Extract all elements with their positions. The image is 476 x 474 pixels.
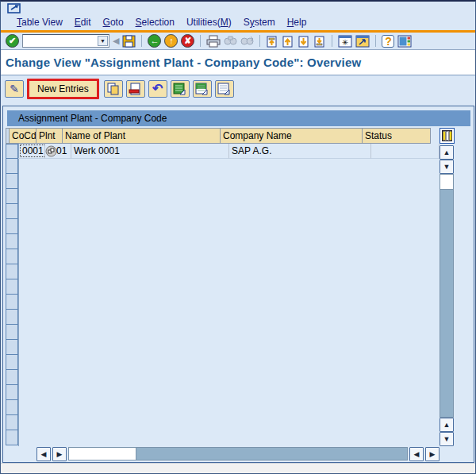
page-down-icon[interactable]: ▼ xyxy=(440,432,454,446)
row-selector-cell[interactable] xyxy=(6,400,18,415)
next-page-icon[interactable] xyxy=(298,35,310,48)
enter-icon[interactable]: ✔ xyxy=(6,34,19,48)
menu-edit[interactable]: Edit xyxy=(75,17,91,28)
scroll-down-icon[interactable]: ▼ xyxy=(440,160,454,174)
horizontal-scroll-track[interactable] xyxy=(68,447,408,461)
find-icon[interactable] xyxy=(224,35,237,48)
first-page-icon[interactable] xyxy=(266,35,278,48)
vertical-scroll-thumb[interactable] xyxy=(440,174,454,190)
back-icon[interactable]: ← xyxy=(148,34,161,48)
table-row: 0001 01 Werk 0001 SAP A.G. xyxy=(6,144,440,159)
copy-as-button[interactable] xyxy=(104,80,123,98)
menu-system[interactable]: System xyxy=(244,17,275,28)
row-selector-cell[interactable] xyxy=(6,325,18,340)
application-toolbar: ✎ New Entries ↶ xyxy=(1,75,475,102)
cell-plnt[interactable]: 01 xyxy=(45,144,71,159)
find-next-icon[interactable] xyxy=(240,35,254,48)
page-up-icon[interactable]: ▲ xyxy=(440,418,454,432)
table-caption-label: Assignment Plant - Company Code xyxy=(18,113,167,124)
cell-cocd[interactable]: 0001 xyxy=(18,144,45,159)
table-configuration-button[interactable] xyxy=(440,128,455,144)
previous-page-icon[interactable] xyxy=(282,35,294,48)
cell-name-of-plant[interactable]: Werk 0001 xyxy=(71,144,229,159)
print-icon[interactable] xyxy=(206,35,221,48)
save-icon[interactable] xyxy=(122,35,136,48)
undo-button[interactable]: ↶ xyxy=(148,80,167,98)
screen-title-bar: Change View "Assignment Plant - Company … xyxy=(1,50,475,75)
scroll-right-icon[interactable]: ▶ xyxy=(52,447,67,461)
table-caption: Assignment Plant - Company Code xyxy=(7,110,470,126)
column-header-plnt[interactable]: Plnt xyxy=(36,128,63,144)
last-page-icon[interactable] xyxy=(313,35,326,48)
row-selector-cell[interactable] xyxy=(6,385,18,400)
cell-status[interactable] xyxy=(371,144,440,159)
column-header-cocd[interactable]: CoCd xyxy=(10,128,36,144)
row-selector-cell[interactable] xyxy=(6,189,18,204)
cocd-value[interactable]: 0001 xyxy=(21,145,45,156)
menu-goto[interactable]: Goto xyxy=(103,17,124,28)
toolbar-separator xyxy=(332,35,332,47)
row-selector-cell[interactable] xyxy=(6,249,18,264)
plnt-value[interactable]: 01 xyxy=(56,145,67,156)
row-selector-cell[interactable] xyxy=(6,370,18,385)
row-selector[interactable] xyxy=(6,144,18,159)
command-history-icon[interactable]: ▼ xyxy=(98,36,108,46)
menu-utilities[interactable]: Utilities(M) xyxy=(186,17,232,28)
select-block-icon xyxy=(195,83,209,95)
column-header-company-name[interactable]: Company Name xyxy=(221,128,363,144)
row-selector-cell[interactable] xyxy=(6,310,18,325)
scroll-left-icon[interactable]: ◀ xyxy=(36,447,51,461)
deselect-all-button[interactable] xyxy=(215,80,234,98)
row-selector-cell[interactable] xyxy=(6,204,18,219)
row-selector-cell[interactable] xyxy=(6,264,18,279)
toolbar-separator xyxy=(375,35,376,47)
horizontal-scroll-thumb[interactable] xyxy=(69,448,136,460)
column-right-icon[interactable]: ▶ xyxy=(425,447,440,461)
status-bar xyxy=(1,463,475,473)
vertical-scroll-track[interactable] xyxy=(440,190,454,418)
column-header-name-of-plant[interactable]: Name of Plant xyxy=(63,128,221,144)
row-selector-cell[interactable] xyxy=(6,219,18,234)
table-config-icon xyxy=(442,130,452,141)
pencil-icon: ✎ xyxy=(10,83,19,95)
new-entries-button[interactable]: New Entries xyxy=(27,79,99,99)
select-block-button[interactable] xyxy=(193,80,212,98)
menu-table-view[interactable]: Table View xyxy=(17,17,63,28)
plant-name-value: Werk 0001 xyxy=(74,145,120,156)
customize-layout-icon[interactable] xyxy=(397,35,412,48)
row-selector-cell[interactable] xyxy=(6,234,18,249)
row-selector-cell[interactable] xyxy=(6,174,18,189)
row-selector-cell[interactable] xyxy=(6,279,18,295)
scroll-up-icon[interactable]: ▲ xyxy=(440,145,454,160)
select-all-button[interactable] xyxy=(171,80,190,98)
sap-window: Table View Edit Goto Selection Utilities… xyxy=(0,0,476,474)
cancel-icon[interactable]: ✘ xyxy=(181,34,194,48)
menu-selection[interactable]: Selection xyxy=(136,17,175,28)
row-selector-cell[interactable] xyxy=(6,415,18,430)
menu-help[interactable]: Help xyxy=(287,17,307,28)
help-icon[interactable]: ? xyxy=(382,35,394,48)
table-view-frame: Assignment Plant - Company Code CoCd Pln… xyxy=(2,106,474,463)
row-selector-cell[interactable] xyxy=(6,295,18,310)
standard-toolbar: ✔ ▼ ◀ ← ↑ ✘ xyxy=(1,33,475,50)
command-input[interactable]: ▼ xyxy=(22,34,109,48)
matchcode-icon[interactable] xyxy=(45,145,57,157)
cell-company-name[interactable]: SAP A.G. xyxy=(229,144,371,159)
toolbar-separator xyxy=(141,35,142,47)
row-selector-cell[interactable] xyxy=(6,355,18,370)
hide-command-field-icon[interactable]: ◀ xyxy=(113,36,119,46)
create-shortcut-icon[interactable] xyxy=(355,35,370,48)
row-selector-cell[interactable] xyxy=(6,159,18,174)
delete-icon xyxy=(129,83,142,95)
column-header-status[interactable]: Status xyxy=(363,128,431,144)
toolbar-separator xyxy=(200,35,201,47)
exit-icon[interactable]: ↑ xyxy=(164,34,178,48)
new-session-icon[interactable]: ✳ xyxy=(338,35,352,48)
system-menu-icon[interactable] xyxy=(7,2,25,14)
row-selector-cell[interactable] xyxy=(6,430,18,445)
column-left-icon[interactable]: ◀ xyxy=(409,447,424,461)
row-selector-cell[interactable] xyxy=(6,340,18,355)
display-change-toggle-button[interactable]: ✎ xyxy=(5,80,24,98)
delete-button[interactable] xyxy=(126,80,145,98)
row-selector-column xyxy=(6,144,18,445)
